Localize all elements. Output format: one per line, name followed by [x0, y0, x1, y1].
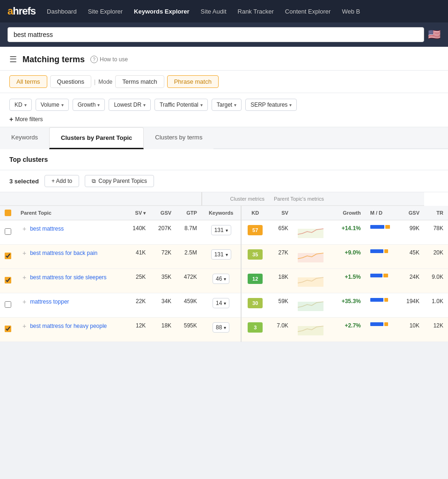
- main-content: ☰ Matching terms ? How to use All terms …: [0, 47, 448, 342]
- chevron-down-icon: ▾: [224, 276, 226, 282]
- keyword-link[interactable]: best mattress for side sleepers: [30, 274, 106, 282]
- kd-badge: 30: [248, 298, 263, 308]
- row-kd: 57: [241, 220, 269, 245]
- row-checkbox[interactable]: [5, 253, 11, 259]
- row-chart: [293, 293, 333, 318]
- chevron-down-icon: ▾: [234, 102, 236, 108]
- add-to-button[interactable]: + Add to: [44, 175, 79, 187]
- selected-bar: 3 selected + Add to ⧉ Copy Parent Topics: [0, 170, 448, 192]
- row-checkbox-cell: [0, 293, 16, 318]
- md-blue-segment: [370, 298, 383, 302]
- table-container: Cluster metrics Parent Topic's metrics P…: [0, 192, 448, 342]
- row-checkbox-cell: [0, 245, 16, 269]
- chevron-down-icon: ▾: [24, 102, 27, 108]
- row-chart: [293, 269, 333, 293]
- add-row-icon[interactable]: +: [22, 249, 26, 257]
- tab-keywords[interactable]: Keywords: [0, 127, 49, 149]
- md-orange-segment: [383, 274, 388, 277]
- row-kd-sv: 59K: [269, 293, 293, 318]
- tab-clusters-terms[interactable]: Clusters by terms: [144, 127, 213, 149]
- parent-metrics-header-cell: Parent Topic's metrics: [269, 192, 424, 206]
- filter-target[interactable]: Target ▾: [212, 99, 242, 111]
- col-sv[interactable]: SV ▾: [125, 206, 151, 220]
- row-growth: +14.1%: [333, 220, 366, 245]
- add-row-icon[interactable]: +: [22, 274, 26, 281]
- table-row: + best mattress for side sleepers 25K 35…: [0, 269, 448, 293]
- row-checkbox[interactable]: [5, 301, 11, 308]
- nav-web-b[interactable]: Web B: [342, 8, 360, 15]
- row-checkbox[interactable]: [5, 228, 11, 235]
- md-bar: [370, 274, 394, 277]
- nav-rank-tracker[interactable]: Rank Tracker: [238, 8, 274, 15]
- row-gsv2: 194K: [398, 293, 424, 318]
- nav-content-explorer[interactable]: Content Explorer: [285, 8, 331, 15]
- filter-traffic-potential[interactable]: Traffic Potential ▾: [154, 99, 208, 111]
- row-sv: 22K: [125, 293, 151, 318]
- md-bar: [370, 225, 394, 229]
- sparkline-chart: [298, 225, 323, 238]
- row-growth: +35.3%: [333, 293, 366, 318]
- row-md: [366, 293, 399, 318]
- row-gsv: 35K: [150, 269, 176, 293]
- chevron-down-icon: ▾: [226, 228, 228, 233]
- nav-dashboard[interactable]: Dashboard: [47, 8, 77, 15]
- md-blue-segment: [370, 322, 383, 326]
- keyword-link[interactable]: best mattress for heavy people: [30, 322, 107, 330]
- more-filters-btn[interactable]: + More filters: [9, 116, 439, 123]
- chevron-down-icon: ▾: [200, 102, 203, 108]
- filter-serp-features[interactable]: SERP features ▾: [245, 99, 297, 111]
- nav-site-explorer[interactable]: Site Explorer: [88, 8, 123, 15]
- top-clusters-label: Top clusters: [9, 156, 48, 163]
- search-bar: 🇺🇸: [0, 22, 448, 47]
- cluster-metrics-header: [0, 192, 202, 206]
- help-link[interactable]: ? How to use: [90, 56, 128, 63]
- md-blue-segment: [370, 274, 382, 277]
- keyword-link[interactable]: best mattress for back pain: [30, 249, 97, 257]
- tab-terms-match[interactable]: Terms match: [115, 75, 164, 88]
- keyword-link[interactable]: mattress topper: [30, 298, 69, 306]
- minus-icon[interactable]: [5, 210, 11, 216]
- table-row: + best mattress 140K 207K 8.7M 131 ▾ 57 …: [0, 220, 448, 245]
- nav-site-audit[interactable]: Site Audit: [201, 8, 227, 15]
- menu-icon[interactable]: ☰: [9, 54, 17, 65]
- filters-row: KD ▾ Volume ▾ Growth ▾ Lowest DR ▾ Traff…: [0, 93, 448, 127]
- row-keywords: 131 ▾: [202, 245, 241, 269]
- col-md: M / D: [366, 206, 399, 220]
- keyword-link[interactable]: best mattress: [30, 225, 64, 233]
- row-md: [366, 269, 399, 293]
- tab-clusters-parent-topic[interactable]: Clusters by Parent Topic: [49, 127, 144, 149]
- row-checkbox[interactable]: [5, 326, 11, 332]
- svg-rect-1: [298, 253, 323, 262]
- add-row-icon[interactable]: +: [22, 298, 26, 305]
- tab-phrase-match[interactable]: Phrase match: [167, 75, 219, 88]
- row-gsv2: 45K: [398, 245, 424, 269]
- keywords-select[interactable]: 131 ▾: [211, 249, 231, 260]
- row-plus-cell: + best mattress for heavy people: [16, 318, 125, 342]
- copy-parent-topics-button[interactable]: ⧉ Copy Parent Topics: [85, 175, 154, 187]
- filter-lowest-dr[interactable]: Lowest DR ▾: [109, 99, 151, 111]
- row-sv: 12K: [125, 318, 151, 342]
- row-checkbox-cell: [0, 318, 16, 342]
- row-checkbox[interactable]: [5, 277, 11, 283]
- row-kd-sv: 65K: [269, 220, 293, 245]
- filter-kd[interactable]: KD ▾: [9, 99, 32, 111]
- filter-growth[interactable]: Growth ▾: [73, 99, 105, 111]
- row-tr: 1.0K: [424, 293, 448, 318]
- keywords-select[interactable]: 14 ▾: [213, 298, 229, 308]
- help-circle-icon: ?: [90, 56, 98, 63]
- add-row-icon[interactable]: +: [22, 225, 26, 232]
- row-tr: 9.0K: [424, 269, 448, 293]
- tab-all-terms[interactable]: All terms: [9, 75, 47, 88]
- row-checkbox-cell: [0, 269, 16, 293]
- tab-questions[interactable]: Questions: [50, 75, 92, 88]
- nav-keywords-explorer[interactable]: Keywords Explorer: [134, 8, 190, 15]
- row-gsv: 18K: [150, 318, 176, 342]
- keywords-select[interactable]: 131 ▾: [211, 225, 231, 235]
- mode-label: Mode: [98, 79, 112, 85]
- keywords-select[interactable]: 46 ▾: [213, 274, 229, 284]
- filter-volume[interactable]: Volume ▾: [36, 99, 69, 111]
- search-input[interactable]: [7, 27, 424, 42]
- add-row-icon[interactable]: +: [22, 322, 26, 330]
- row-kd: 12: [241, 269, 269, 293]
- keywords-select[interactable]: 88 ▾: [213, 322, 229, 333]
